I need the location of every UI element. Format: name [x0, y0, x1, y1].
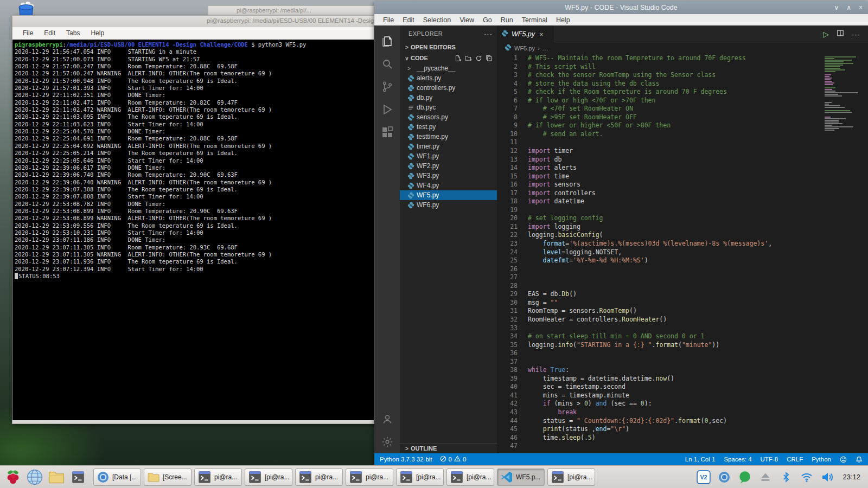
status-python-version[interactable]: Python 3.7.3 32-bit: [380, 456, 432, 463]
status-problems[interactable]: 0 0: [440, 455, 467, 463]
outline-section[interactable]: > OUTLINE: [400, 443, 497, 453]
terminal-menu-file[interactable]: File: [18, 28, 38, 38]
file-item-test-py[interactable]: test.py: [400, 122, 497, 132]
vscode-menu-edit[interactable]: Edit: [398, 16, 419, 24]
split-editor-icon[interactable]: [837, 29, 844, 39]
file-item-WF5-py[interactable]: WF5.py: [400, 190, 497, 200]
new-folder-icon[interactable]: [465, 55, 472, 62]
file-item-WF2-py[interactable]: WF2.py: [400, 161, 497, 171]
file-item-__pycache__[interactable]: >__pycache__: [400, 63, 497, 73]
explorer-more-icon[interactable]: ···: [484, 30, 493, 38]
minimap-line: [825, 65, 843, 66]
taskbar-window-data[interactable]: [Data |...: [93, 468, 141, 486]
status-spaces[interactable]: Spaces: 4: [724, 456, 751, 463]
taskbar-window-pira[interactable]: pi@ra...: [346, 468, 393, 486]
minimap[interactable]: [822, 55, 861, 134]
run-button[interactable]: ▷: [823, 30, 829, 38]
terminal-output[interactable]: pi@raspberrypi:/media/pi/ESD-USB/00 ELEM…: [12, 40, 374, 420]
run-debug-icon[interactable]: [374, 98, 400, 121]
tab-wf5py[interactable]: WF5.py ×: [497, 25, 554, 43]
file-item-timer-py[interactable]: timer.py: [400, 142, 497, 151]
status-crlf[interactable]: CRLF: [787, 456, 803, 463]
file-item-testtime-py[interactable]: testtime.py: [400, 132, 497, 142]
vscode-statusbar: Python 3.7.3 32-bit 0 0 Ln 1, Col 1Space…: [374, 453, 868, 465]
file-item-alerts-py[interactable]: alerts.py: [400, 73, 497, 83]
maximize-button[interactable]: ∧: [846, 4, 851, 11]
folder-section-code[interactable]: ∨ CODE: [400, 53, 497, 63]
chromium-icon[interactable]: [717, 470, 732, 485]
taskbar-window-pira[interactable]: pi@ra...: [194, 468, 242, 486]
code-editor[interactable]: 1# WF5-- Maintain the room Tempreture to…: [497, 53, 868, 453]
search-icon[interactable]: [374, 53, 400, 75]
eject-icon[interactable]: [758, 470, 773, 485]
status-utf8[interactable]: UTF-8: [761, 456, 778, 463]
wifi-icon[interactable]: [799, 470, 814, 485]
launcher-browser[interactable]: [25, 467, 44, 487]
file-item-sensors-py[interactable]: sensors.py: [400, 112, 497, 122]
taskbar-clock[interactable]: 23:12: [840, 473, 865, 481]
bell-icon[interactable]: [856, 456, 863, 463]
messenger-icon[interactable]: [737, 470, 752, 485]
close-button[interactable]: ×: [859, 4, 863, 11]
terminal-menu-edit[interactable]: Edit: [39, 28, 60, 38]
account-icon[interactable]: [374, 408, 400, 431]
taskbar-window-pira[interactable]: [pi@ra...: [245, 468, 292, 486]
file-item-db-pyc[interactable]: db.pyc: [400, 102, 497, 112]
vnc-icon[interactable]: V2: [696, 470, 711, 485]
vscode-menu-file[interactable]: File: [379, 16, 398, 24]
bluetooth-icon[interactable]: [778, 470, 794, 485]
vscode-menu-help[interactable]: Help: [552, 16, 575, 24]
file-item-controllers-py[interactable]: controllers.py: [400, 83, 497, 93]
minimize-button[interactable]: ∨: [834, 4, 839, 11]
python-file-icon: [407, 172, 417, 179]
background-window-titlebar[interactable]: pi@raspberrypi: /media/pi/...: [208, 5, 374, 16]
launcher-menu[interactable]: [3, 467, 23, 487]
tab-close-icon[interactable]: ×: [539, 30, 544, 38]
taskbar-window-pira[interactable]: [pi@ra...: [547, 468, 595, 486]
new-file-icon[interactable]: [455, 55, 462, 62]
status-python[interactable]: Python: [812, 456, 831, 463]
vscode-menu-run[interactable]: Run: [496, 16, 518, 24]
taskbar-window-scree[interactable]: [Scree...: [144, 468, 192, 486]
feedback-icon[interactable]: [840, 456, 847, 463]
collapse-all-icon[interactable]: [486, 55, 493, 62]
status-ln[interactable]: Ln 1, Col 1: [685, 456, 716, 463]
breadcrumb[interactable]: WF5.py › …: [497, 43, 868, 53]
explorer-icon[interactable]: [374, 30, 400, 53]
line-number: 42: [497, 400, 518, 408]
terminal-icon: [298, 470, 312, 484]
vscode-menu-view[interactable]: View: [455, 16, 478, 24]
chevron-right-icon: >: [403, 44, 411, 50]
terminal-titlebar[interactable]: pi@raspberrypi: /media/pi/ESD-USB/00 ELE…: [12, 16, 374, 27]
source-control-icon[interactable]: [374, 75, 400, 98]
vscode-titlebar[interactable]: WF5.py - CODE - Visual Studio Code ∨∧×: [374, 1, 868, 14]
minimap-line: [825, 128, 839, 129]
terminal-menu-help[interactable]: Help: [86, 28, 109, 38]
file-item-WF4-py[interactable]: WF4.py: [400, 181, 497, 190]
volume-icon[interactable]: [820, 470, 835, 485]
editor-line: 3# check the sensor RoomTemp using the S…: [497, 71, 868, 80]
line-number: 9: [497, 121, 518, 130]
file-item-WF6-py[interactable]: WF6.py: [400, 200, 497, 210]
refresh-icon[interactable]: [475, 55, 482, 62]
code-text: [518, 265, 528, 274]
launcher-files[interactable]: [47, 467, 66, 487]
taskbar-window-pira[interactable]: [pi@ra...: [446, 468, 494, 486]
vscode-menu-terminal[interactable]: Terminal: [518, 16, 552, 24]
taskbar-window-pira[interactable]: [pi@ra...: [396, 468, 444, 486]
editor-more-icon[interactable]: ···: [852, 30, 860, 38]
file-item-db-py[interactable]: db.py: [400, 93, 497, 102]
launcher-terminal[interactable]: [68, 467, 88, 487]
open-editors-section[interactable]: > OPEN EDITORS: [400, 42, 497, 53]
file-list: >__pycache__alerts.pycontrollers.pydb.py…: [400, 63, 497, 443]
code-text: level=logging.NOTSET,: [518, 248, 622, 257]
taskbar-window-pira[interactable]: pi@ra...: [295, 468, 343, 486]
terminal-menu-tabs[interactable]: Tabs: [61, 28, 85, 38]
taskbar-window-wf5p[interactable]: WF5.p...: [497, 468, 545, 486]
settings-icon[interactable]: [374, 431, 400, 453]
file-item-WF3-py[interactable]: WF3.py: [400, 171, 497, 181]
vscode-menu-go[interactable]: Go: [478, 16, 496, 24]
extensions-icon[interactable]: [374, 121, 400, 144]
vscode-menu-selection[interactable]: Selection: [419, 16, 455, 24]
file-item-WF1-py[interactable]: WF1.py: [400, 151, 497, 161]
